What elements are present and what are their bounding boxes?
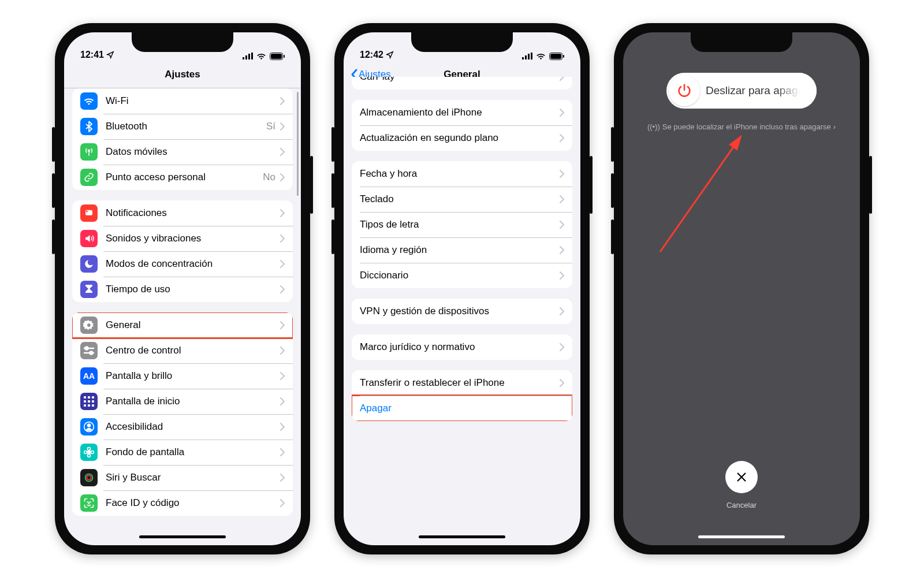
settings-row-legal[interactable]: Marco jurídico y normativo — [352, 334, 572, 360]
svg-rect-35 — [522, 57, 524, 59]
row-label: Tiempo de uso — [106, 284, 280, 295]
antenna-icon — [80, 143, 98, 161]
settings-row-language[interactable]: Idioma y región — [352, 237, 572, 263]
chevron-right-icon — [560, 134, 564, 142]
chevron-right-icon — [560, 109, 564, 117]
notch — [132, 32, 233, 52]
chevron-right-icon — [280, 285, 285, 293]
settings-row-screentime[interactable]: Tiempo de uso — [72, 277, 293, 302]
chevron-right-icon — [560, 195, 564, 203]
find-my-note[interactable]: ((•)) Se puede localizar el iPhone inclu… — [647, 122, 836, 131]
settings-row-siri[interactable]: Siri y Buscar — [72, 465, 293, 490]
siri-icon — [80, 469, 98, 486]
row-label: Accesibilidad — [106, 421, 280, 433]
svg-rect-6 — [284, 55, 285, 58]
svg-point-33 — [87, 501, 88, 502]
svg-rect-15 — [88, 396, 90, 399]
svg-rect-0 — [243, 57, 244, 59]
settings-row-control-center[interactable]: Centro de control — [72, 338, 293, 363]
scrollbar[interactable] — [297, 92, 299, 196]
row-label: Datos móviles — [106, 146, 280, 158]
settings-row-wifi[interactable]: Wi-Fi — [72, 88, 293, 114]
hourglass-icon — [80, 281, 98, 298]
svg-rect-17 — [84, 400, 86, 403]
settings-row-bluetooth[interactable]: BluetoothSí — [72, 114, 293, 139]
settings-row-sounds[interactable]: Sonidos y vibraciones — [72, 226, 293, 251]
chevron-right-icon — [280, 97, 285, 105]
power-off-slider[interactable]: Deslizar para apagar — [666, 73, 817, 109]
link-icon — [80, 169, 98, 186]
settings-row-home-screen[interactable]: Pantalla de inicio — [72, 389, 293, 414]
row-label: Idioma y región — [360, 244, 560, 256]
settings-row-transfer[interactable]: Transferir o restablecer el iPhone — [352, 370, 572, 396]
settings-row-cellular[interactable]: Datos móviles — [72, 139, 293, 165]
settings-row-fonts[interactable]: Tipos de letra — [352, 212, 572, 237]
settings-row-bg-refresh[interactable]: Actualización en segundo plano — [352, 125, 572, 151]
home-indicator[interactable] — [419, 535, 505, 538]
power-icon — [676, 83, 692, 99]
settings-row-general[interactable]: General — [72, 312, 293, 338]
svg-rect-2 — [248, 54, 250, 59]
row-label: Centro de control — [106, 345, 280, 356]
settings-row-hotspot[interactable]: Punto acceso personalNo — [72, 165, 293, 190]
svg-rect-5 — [271, 54, 282, 59]
row-label: VPN y gestión de dispositivos — [360, 306, 560, 317]
chevron-right-icon — [560, 379, 564, 387]
chevron-right-icon — [560, 343, 564, 351]
battery-icon — [549, 53, 564, 60]
settings-row-vpn[interactable]: VPN y gestión de dispositivos — [352, 299, 572, 324]
grid-icon — [80, 393, 98, 410]
settings-row-focus[interactable]: Modos de concentración — [72, 251, 293, 277]
settings-row-display[interactable]: AAPantalla y brillo — [72, 363, 293, 389]
chevron-right-icon — [280, 148, 285, 156]
wifi-icon — [80, 92, 98, 110]
faceid-icon — [80, 494, 98, 512]
chevron-right-icon — [560, 307, 564, 315]
cancel-label: Cancelar — [726, 501, 757, 509]
home-indicator[interactable] — [698, 535, 785, 538]
row-label: Pantalla de inicio — [106, 396, 280, 407]
chevron-right-icon — [560, 221, 564, 229]
svg-rect-38 — [531, 53, 532, 59]
row-label: Wi-Fi — [106, 95, 280, 107]
settings-row-carplay[interactable]: CarPlay — [352, 77, 572, 90]
phone-shutdown: Deslizar para apagar ((•)) Se puede loca… — [614, 23, 869, 554]
chevron-right-icon — [280, 423, 285, 431]
person-icon — [80, 418, 98, 435]
switches-icon — [80, 342, 98, 359]
row-label: Actualización en segundo plano — [360, 132, 560, 144]
row-label: Apagar — [360, 403, 564, 414]
settings-row-accessibility[interactable]: Accesibilidad — [72, 414, 293, 440]
power-knob[interactable] — [669, 75, 700, 106]
chevron-right-icon — [280, 321, 285, 329]
chevron-right-icon: › — [833, 122, 836, 131]
status-time: 12:41 — [80, 50, 104, 60]
row-label: Pantalla y brillo — [106, 370, 280, 382]
chevron-right-icon — [560, 271, 564, 280]
row-label: Almacenamiento del iPhone — [360, 107, 560, 118]
settings-row-shutdown[interactable]: Apagar — [352, 396, 572, 421]
row-label: Diccionario — [360, 270, 560, 281]
settings-row-faceid[interactable]: Face ID y código — [72, 490, 293, 516]
status-icons — [243, 53, 285, 60]
settings-row-wallpaper[interactable]: Fondo de pantalla — [72, 440, 293, 465]
settings-row-dictionary[interactable]: Diccionario — [352, 263, 572, 288]
svg-rect-16 — [92, 396, 94, 399]
moon-icon — [80, 255, 98, 273]
settings-row-date-time[interactable]: Fecha y hora — [352, 161, 572, 187]
location-icon — [386, 51, 394, 59]
findmy-icon: ((•)) — [647, 122, 660, 131]
row-label: CarPlay — [360, 77, 560, 83]
home-indicator[interactable] — [139, 535, 226, 538]
cancel-button[interactable] — [725, 461, 758, 493]
settings-row-notifications[interactable]: Notificaciones — [72, 200, 293, 226]
chevron-right-icon — [280, 448, 285, 456]
row-label: Siri y Buscar — [106, 472, 280, 483]
notch — [411, 32, 513, 52]
settings-row-keyboard[interactable]: Teclado — [352, 187, 572, 212]
settings-row-storage[interactable]: Almacenamiento del iPhone — [352, 100, 572, 125]
svg-rect-40 — [550, 54, 561, 59]
wifi-icon — [536, 53, 546, 59]
svg-rect-1 — [245, 55, 247, 59]
svg-point-25 — [88, 451, 91, 453]
